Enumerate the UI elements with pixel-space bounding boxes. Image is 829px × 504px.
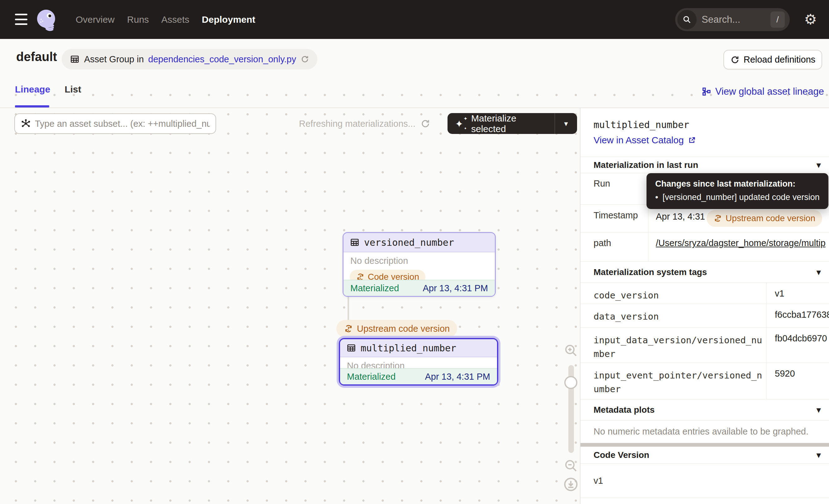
tag-key: input_data_version/versioned_number [593, 333, 763, 363]
tag-key: data_version [593, 310, 763, 327]
table-grid-icon [350, 237, 360, 247]
storage-path-link[interactable]: /Users/sryza/dagster_home/storage/multip [656, 238, 826, 248]
system-tag-row: code_version v1 [580, 283, 829, 304]
changed-icon [344, 324, 353, 333]
refreshing-status-label: Refreshing materializations... [299, 119, 416, 129]
nav-item-overview[interactable]: Overview [76, 14, 115, 25]
asset-group-file-link[interactable]: dependencies_code_version_only.py [148, 54, 296, 65]
view-in-asset-catalog-link[interactable]: View in Asset Catalog [593, 135, 696, 145]
refresh-spinner-icon [421, 119, 430, 129]
asset-name: multiplied_number [361, 343, 456, 354]
view-global-asset-lineage-link[interactable]: View global asset lineage [701, 86, 824, 97]
tag-value: fb04dcb6970 [775, 333, 827, 344]
section-heading: Materialization system tags [593, 267, 707, 277]
asset-description: No description [344, 252, 495, 266]
section-materialization-in-last-run[interactable]: Materialization in last run ▼ [580, 157, 829, 173]
system-tag-row: data_version f6ccba177638 [580, 304, 829, 328]
upstream-code-version-badge[interactable]: Upstream code version [707, 210, 822, 227]
section-code-version[interactable]: Code Version ▼ [580, 447, 829, 464]
nav-item-deployment[interactable]: Deployment [202, 14, 255, 25]
panel-asset-title: multiplied_number [593, 119, 689, 130]
tab-list[interactable]: List [65, 84, 81, 95]
view-global-asset-lineage-label: View global asset lineage [715, 86, 824, 97]
system-tag-row: input_data_version/versioned_number fb04… [580, 328, 829, 363]
zoom-in-button[interactable] [563, 343, 578, 358]
tooltip-title: Changes since last materialization: [655, 179, 820, 189]
refresh-icon[interactable] [300, 55, 309, 64]
page-title: default [16, 50, 57, 64]
asset-name: versioned_number [364, 237, 454, 248]
lineage-graph-icon [701, 87, 711, 96]
materialize-dropdown-button[interactable]: ▾ [555, 113, 577, 134]
asset-node-versioned-number[interactable]: versioned_number No description Code ver… [343, 232, 496, 297]
collapse-caret-icon[interactable]: ▼ [816, 162, 821, 169]
dagster-app: Overview Runs Assets Deployment / ⚙ defa… [0, 0, 829, 504]
zoom-slider-handle[interactable] [564, 376, 577, 389]
section-materialization-system-tags[interactable]: Materialization system tags ▼ [580, 262, 829, 283]
view-tabs: Lineage List [15, 84, 81, 95]
asset-subset-filter[interactable] [14, 113, 216, 134]
nav-item-assets[interactable]: Assets [161, 14, 189, 25]
reload-icon [730, 55, 740, 65]
asset-node-header[interactable]: multiplied_number [340, 339, 497, 357]
collapse-caret-icon[interactable]: ▼ [816, 269, 821, 276]
asset-node-multiplied-number-selected[interactable]: multiplied_number No description Materia… [339, 338, 498, 386]
reload-definitions-label: Reload definitions [744, 55, 816, 65]
section-heading: Code Version [593, 450, 649, 460]
upstream-code-version-label: Upstream code version [357, 324, 450, 334]
changes-tooltip: Changes since last materialization: • [v… [647, 173, 828, 209]
row-label: Timestamp [580, 205, 648, 232]
collapse-caret-icon[interactable]: ▼ [816, 452, 821, 459]
nav-links: Overview Runs Assets Deployment [76, 0, 255, 39]
bullet-icon: • [655, 192, 658, 202]
asset-group-breadcrumb: Asset Group in dependencies_code_version… [62, 49, 317, 69]
settings-gear-icon[interactable]: ⚙ [804, 11, 817, 27]
reload-definitions-button[interactable]: Reload definitions [723, 50, 822, 69]
materialization-status-bar: Materialized Apr 13, 4:31 PM [344, 280, 495, 296]
active-tab-underline [15, 105, 49, 107]
row-label: Run [580, 173, 648, 204]
section-divider [580, 443, 829, 447]
tag-value: v1 [775, 288, 785, 299]
materialized-status: Materialized [347, 372, 396, 382]
materialized-status: Materialized [350, 283, 399, 293]
upstream-code-version-tag[interactable]: Upstream code version [336, 320, 457, 337]
tag-key: code_version [593, 288, 763, 304]
materialize-selected-button[interactable]: ✦ ✦ ✦ Materialize selected ▾ [447, 113, 577, 134]
asset-subset-input[interactable] [35, 119, 210, 129]
search-shortcut-key: / [770, 11, 785, 28]
tab-lineage[interactable]: Lineage [15, 84, 50, 95]
section-heading: Materialization in last run [593, 160, 698, 170]
asset-node-header[interactable]: versioned_number [344, 233, 495, 252]
materialize-selected-main[interactable]: ✦ ✦ ✦ Materialize selected [447, 113, 555, 134]
section-heading: Metadata plots [593, 405, 655, 415]
system-tag-row: input_event_pointer/versioned_number 592… [580, 363, 829, 399]
tooltip-item: • [versioned_number] updated code versio… [655, 192, 820, 202]
section-config[interactable]: Config [580, 498, 829, 504]
search-input[interactable] [697, 14, 770, 25]
asset-group-label: Asset Group in [84, 54, 144, 65]
hamburger-menu-icon[interactable] [15, 14, 27, 25]
upstream-code-version-badge-label: Upstream code version [726, 213, 815, 223]
table-grid-icon [70, 54, 80, 64]
global-search[interactable]: / [675, 8, 790, 31]
materialized-timestamp[interactable]: Apr 13, 4:31 PM [423, 283, 488, 293]
sparkle-icon: ✦ ✦ ✦ [455, 117, 467, 130]
asset-details-panel: multiplied_number View in Asset Catalog … [580, 108, 829, 504]
path-row: path /Users/sryza/dagster_home/storage/m… [580, 232, 829, 262]
section-metadata-plots[interactable]: Metadata plots ▼ [580, 399, 829, 421]
collapse-caret-icon[interactable]: ▼ [816, 406, 821, 413]
zoom-out-button[interactable] [563, 458, 578, 473]
tag-value: f6ccba177638 [775, 310, 829, 320]
nav-item-runs[interactable]: Runs [127, 14, 149, 25]
dagster-logo-icon[interactable] [36, 9, 57, 31]
code-version-value: v1 [593, 476, 603, 486]
tag-value: 5920 [775, 368, 795, 379]
materialized-timestamp[interactable]: Apr 13, 4:31 PM [425, 372, 490, 382]
tooltip-item-text: [versioned_number] updated code version [662, 192, 819, 202]
external-link-icon [688, 136, 696, 145]
download-graph-button[interactable] [563, 477, 579, 492]
materialization-status-bar: Materialized Apr 13, 4:31 PM [340, 368, 497, 384]
op-selector-icon [21, 118, 31, 129]
tag-key: input_event_pointer/versioned_number [593, 368, 763, 399]
